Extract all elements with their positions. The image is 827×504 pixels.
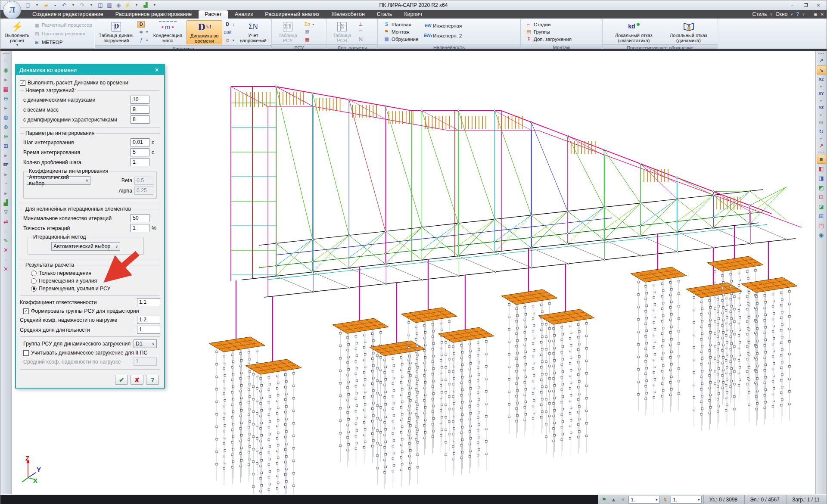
flyout-arrow[interactable]: ▸: [817, 99, 826, 103]
coeffs-method-select[interactable]: Автоматический выбор∨: [27, 176, 90, 185]
mini-minimize[interactable]: _: [808, 11, 811, 17]
step-analysis-button[interactable]: S Шаговая: [382, 21, 419, 28]
restore-button[interactable]: [799, 0, 812, 10]
run-dynamics-checkbox-row[interactable]: ✓ Выполнять расчет Динамики во времени: [20, 80, 160, 86]
tab-5[interactable]: Железобетон: [325, 10, 370, 19]
dynamic-loads-input[interactable]: 10: [131, 96, 149, 104]
flyout-arrow[interactable]: ▸: [1, 151, 11, 160]
mini-close[interactable]: ✕: [821, 12, 824, 17]
engineering-nonlin-button[interactable]: EN Инженерная: [423, 22, 463, 29]
brush-icon[interactable]: ✎: [1, 236, 11, 245]
dialog-close-icon[interactable]: ✕: [153, 67, 161, 73]
tab-6[interactable]: Сталь: [371, 10, 398, 19]
rsu-icon-1[interactable]: Σσ▾: [303, 21, 315, 28]
dialog-title-bar[interactable]: Динамика во времени ✕: [16, 65, 164, 75]
up-triangle-icon[interactable]: ▲: [609, 497, 617, 503]
stages-button[interactable]: ⌐ Стадии: [524, 21, 572, 28]
rotate-axes-icon[interactable]: ↗: [817, 141, 826, 150]
flyout-arrow[interactable]: ▸: [1, 189, 11, 198]
radio-displacements-forces[interactable]: Перемещения и усилия: [31, 278, 157, 284]
dyn-icon-2[interactable]: ≑▾: [137, 28, 149, 36]
dynamic-loads-table-button[interactable]: D Таблица динам. загружений: [97, 20, 136, 44]
integration-step-input[interactable]: 0.01: [131, 138, 149, 146]
cube-bottom-icon[interactable]: ◰: [817, 221, 826, 230]
extra-icon-2[interactable]: ◠: [356, 28, 365, 35]
dyn-icon-3[interactable]: ƒ▾: [137, 37, 149, 44]
solution-protocol-button[interactable]: ▤ Протокол решения: [32, 30, 93, 37]
avg-duration-input[interactable]: 1: [137, 326, 160, 334]
section-pie-icon[interactable]: ◔: [1, 179, 11, 188]
view-axes-icon[interactable]: ↗: [817, 56, 826, 65]
local-failure-dynamic-button[interactable]: Локальный отказ (динамика): [665, 20, 713, 44]
rsu-table-button[interactable]: Σ1 Таблица РСУ: [274, 20, 302, 44]
radio-displacements-forces-rsu[interactable]: Перемещения, усилия и РСУ: [31, 286, 157, 292]
cube-back-icon[interactable]: ⊞: [817, 212, 826, 221]
calc-processor-button[interactable]: ▦ Расчетный процессор: [32, 22, 93, 29]
minimize-button[interactable]: –: [786, 0, 799, 10]
invert-box-icon[interactable]: ✕: [1, 264, 11, 274]
apply-button[interactable]: ✔: [115, 375, 128, 385]
close-button[interactable]: ✕: [812, 0, 825, 10]
cube-sphere-icon[interactable]: ◉: [817, 230, 826, 240]
select-nodes-icon[interactable]: ◉: [1, 65, 11, 75]
stress-account-button[interactable]: ΣN Учет напряжений: [237, 20, 270, 44]
tab-4[interactable]: Расширенный анализ: [259, 10, 325, 19]
ef-filter-icon[interactable]: EF: [1, 160, 11, 169]
select-elements-icon[interactable]: ▦: [1, 84, 11, 93]
rsu-group-select[interactable]: D1∨: [134, 339, 157, 348]
second-limit-checkbox[interactable]: [23, 350, 29, 356]
perspective-icon[interactable]: ∞: [817, 118, 826, 127]
flyout-arrow[interactable]: ▸: [1, 103, 11, 112]
rotate-icon[interactable]: ↻: [817, 127, 826, 136]
tab-7[interactable]: Кирпич: [398, 10, 428, 19]
cube-select-icon[interactable]: ⊡: [817, 193, 826, 202]
flyout-arrow[interactable]: ▸: [1, 170, 11, 179]
meteor-button[interactable]: ⊞ МЕТЕОР: [32, 39, 93, 46]
cube-right-icon[interactable]: ◪: [817, 202, 826, 211]
select-stripe-icon[interactable]: ◍: [1, 113, 11, 122]
tab-0[interactable]: Создание и редактирование: [26, 10, 109, 19]
rsu-groups-checkbox[interactable]: ✓: [23, 308, 29, 314]
time-dynamics-button[interactable]: D ∿ t Динамика во времени: [187, 20, 222, 44]
min-iterations-input[interactable]: 50: [131, 214, 149, 222]
flip-icon[interactable]: ⇄: [1, 217, 11, 226]
tool-icon[interactable]: ↯: [661, 497, 669, 503]
damping-input[interactable]: 8: [131, 115, 149, 124]
integration-time-input[interactable]: 5: [131, 148, 149, 156]
loadcase-select-2[interactable]: 1.▾: [671, 496, 702, 504]
select-target-icon[interactable]: ⊕: [1, 132, 11, 141]
flyout-arrow[interactable]: ▸: [817, 84, 826, 89]
cube-front-icon[interactable]: ◨: [817, 174, 826, 183]
select-lines-icon[interactable]: ⊜: [1, 122, 11, 131]
style-menu[interactable]: Стиль: [752, 11, 767, 17]
tab-1[interactable]: Расширенное редактирование: [109, 10, 198, 19]
cube-top-icon[interactable]: ◧: [817, 164, 826, 173]
local-failure-quasi-button[interactable]: kd Локальный отказ (квазистатика): [608, 20, 660, 44]
flyout-arrow[interactable]: ▸: [817, 113, 826, 117]
marked-star-icon[interactable]: ✩: [1, 56, 11, 65]
rsu-icon-3[interactable]: ▦: [303, 36, 315, 43]
view-xy-icon[interactable]: XY: [817, 89, 826, 98]
rsu-groups-checkbox-row[interactable]: ✓ Формировать группы РСУ для предыстории: [23, 308, 160, 314]
loadcase-select-1[interactable]: 1.▾: [628, 496, 659, 504]
flag-filter-icon[interactable]: ⚑: [600, 497, 608, 503]
help-menu[interactable]: ?: [796, 11, 799, 17]
rsn-table-button[interactable]: Σ Таблица РСН: [329, 20, 355, 44]
avg-safety-input[interactable]: 1.2: [137, 316, 160, 324]
cube-left-icon[interactable]: ◩: [817, 183, 826, 192]
select-grid-icon[interactable]: ⊞: [1, 141, 11, 150]
box-faded-icon[interactable]: ▫: [1, 255, 11, 264]
run-calculation-button[interactable]: ⚡ Выполнить расчет▾: [3, 20, 31, 47]
montage-button[interactable]: ⚑ Монтаж: [382, 28, 419, 35]
filter-icon[interactable]: ∇: [1, 208, 11, 217]
toolbar-grip[interactable]: ••••: [818, 52, 824, 56]
toolbar-grip[interactable]: ••••: [818, 151, 824, 154]
extra-icon-3[interactable]: N: [356, 36, 365, 43]
help-button[interactable]: ?: [146, 375, 159, 385]
model-viewport[interactable]: ••••✩◉▸▦⊖▸◍⊜⊕⊞▸EF▸◔▸▟∇⇄⌂✎✕▫✕ ••••↗↘XZ▸XY…: [0, 51, 827, 494]
iso-cube-icon[interactable]: ■: [817, 155, 826, 164]
view-yz-icon[interactable]: YZ: [817, 103, 826, 112]
cancel-button[interactable]: ✘: [131, 375, 143, 385]
dyn-side-2[interactable]: eak: [223, 28, 236, 36]
frame-faded-icon[interactable]: ⌂: [1, 227, 11, 236]
